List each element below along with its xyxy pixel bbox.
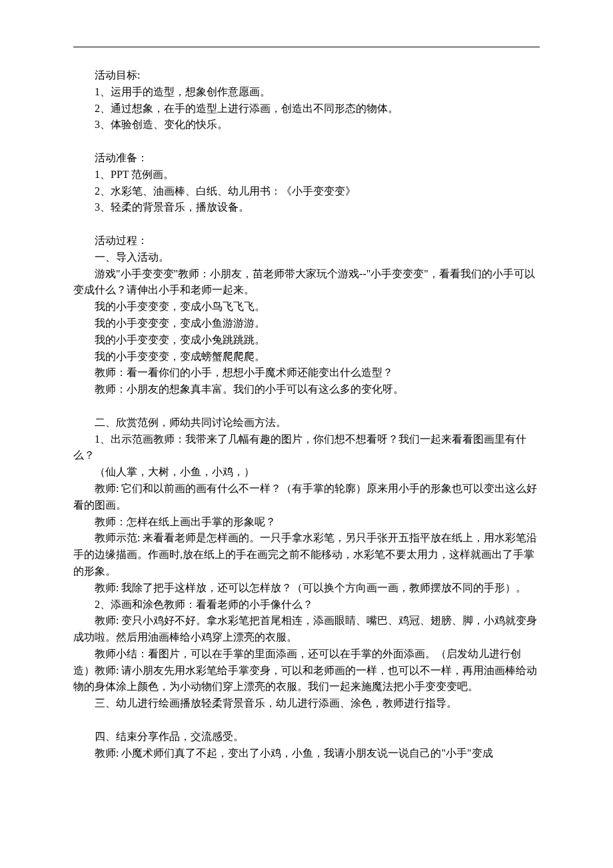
section-2-p7: 2、添画和涂色教师：看看老师的小手像什么？	[73, 597, 540, 613]
section-2-p3: 教师: 它们和以前画的画有什么不一样？（有手掌的轮廓）原来用小手的形象也可以变出…	[73, 481, 540, 514]
section-2-p9: 教师小结：看图片，可以在手掌的里面添画，还可以在手掌的外面添画。（启发幼儿进行创…	[73, 646, 540, 695]
prep-item-1: 1、PPT 范例画。	[73, 167, 540, 183]
section-1-p3: 教师：小朋友的想象真丰富。我们的小手可以有这么多的变化呀。	[73, 381, 540, 398]
blank-line	[73, 133, 540, 150]
section-2-p4: 教师：怎样在纸上画出手掌的形象呢？	[73, 514, 540, 531]
goals-item-3: 3、体验创造、变化的快乐。	[73, 117, 540, 133]
section-4-p1: 教师: 小魔术师们真了不起，变出了小鸡，小鱼，我请小朋友说一说自己的"小手"变成	[73, 745, 540, 762]
chant-2: 我的小手变变变，变成小鱼游游游。	[73, 315, 540, 332]
section-2-p2: （仙人掌，大树，小鱼，小鸡，）	[73, 464, 540, 481]
section-2-p1: 1、出示范画教师：我带来了几幅有趣的图片，你们想不想看呀？我们一起来看看图画里有…	[73, 431, 540, 465]
section-2-title: 二、欣赏范例，师幼共同讨论绘画方法。	[73, 415, 540, 431]
section-1-p2: 教师：看一看你们的小手，想想小手魔术师还能变出什么造型？	[73, 365, 540, 381]
section-2-p8: 教师: 变只小鸡好不好。拿水彩笔把首尾相连，添画眼睛、嘴巴、鸡冠、翅膀、脚，小鸡…	[73, 613, 540, 646]
page-rule	[73, 47, 540, 47]
blank-line	[73, 712, 540, 729]
blank-line	[73, 398, 540, 415]
chant-1: 我的小手变变变，变成小鸟飞飞飞。	[73, 299, 540, 315]
section-2-p5: 教师示范: 来看看老师是怎样画的。一只手拿水彩笔，另只手张开五指平放在纸上，用水…	[73, 530, 540, 579]
prep-item-2: 2、水彩笔、油画棒、白纸、幼儿用书：《小手变变变》	[73, 183, 540, 200]
blank-line	[73, 216, 540, 233]
prep-item-3: 3、轻柔的背景音乐，播放设备。	[73, 199, 540, 216]
section-4-title: 四、结束分享作品，交流感受。	[73, 729, 540, 745]
section-3: 三、幼儿进行绘画播放轻柔背景音乐，幼儿进行添画、涂色，教师进行指导。	[73, 695, 540, 712]
section-1-p1: 游戏"小手变变变"教师：小朋友，苗老师带大家玩个游戏--"小手变变变"，看看我们…	[73, 266, 540, 299]
goals-title: 活动目标:	[73, 67, 540, 84]
chant-3: 我的小手变变变，变成小兔跳跳跳。	[73, 332, 540, 349]
goals-item-2: 2、通过想象，在手的造型上进行添画，创造出不同形态的物体。	[73, 101, 540, 117]
goals-item-1: 1、运用手的造型，想象创作意愿画。	[73, 84, 540, 101]
section-2-p6: 教师: 我除了把手这样放，还可以怎样放？（可以换个方向画一画，教师摆放不同的手形…	[73, 580, 540, 597]
prep-title: 活动准备：	[73, 150, 540, 167]
proc-title: 活动过程：	[73, 233, 540, 249]
chant-4: 我的小手变变变，变成螃蟹爬爬爬。	[73, 349, 540, 365]
section-1-title: 一、导入活动。	[73, 249, 540, 266]
document-page: 活动目标: 1、运用手的造型，想象创作意愿画。 2、通过想象，在手的造型上进行添…	[0, 0, 613, 801]
